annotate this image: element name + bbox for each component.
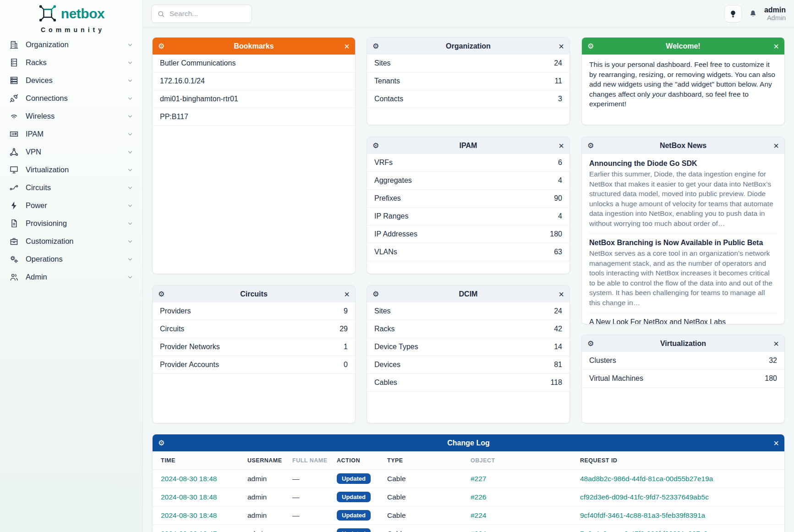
stat-row[interactable]: Virtual Machines180 <box>582 370 784 388</box>
sidebar-item-devices[interactable]: Devices <box>0 71 142 89</box>
column-header-full-name[interactable]: Full Name <box>292 457 337 464</box>
chevron-down-icon <box>127 185 133 191</box>
stat-row[interactable]: Aggregates4 <box>367 172 569 190</box>
gear-icon[interactable]: ⚙ <box>158 42 166 50</box>
change-object-link[interactable]: #226 <box>471 493 580 501</box>
close-icon[interactable]: × <box>556 290 564 299</box>
stat-row[interactable]: Providers9 <box>153 302 355 320</box>
close-icon[interactable]: × <box>771 141 779 150</box>
bookmark-item[interactable]: Butler Communications <box>153 55 355 72</box>
news-widget-header: ⚙ NetBox News × <box>582 137 784 154</box>
gear-icon[interactable]: ⚙ <box>587 141 596 150</box>
change-time-link[interactable]: 2024-08-30 18:47 <box>161 530 247 532</box>
sidebar-item-customization[interactable]: Customization <box>0 232 142 250</box>
close-icon[interactable]: × <box>771 339 779 348</box>
column-header-time[interactable]: Time <box>161 457 247 464</box>
logo-subtitle: Community <box>0 26 142 33</box>
change-request-id-link[interactable]: 9cf40fdf-3461-4c88-81a3-5feb39f8391a <box>580 511 784 520</box>
username: admin <box>764 5 786 14</box>
rack-icon <box>9 58 19 68</box>
stat-row[interactable]: Tenants11 <box>367 72 569 90</box>
news-item: NetBox Branching is Now Available in Pub… <box>589 234 777 313</box>
stat-row[interactable]: Provider Accounts0 <box>153 356 355 374</box>
close-icon[interactable]: × <box>556 42 564 51</box>
chevron-down-icon <box>127 203 133 209</box>
change-object-link[interactable]: #224 <box>471 511 580 520</box>
stat-row[interactable]: VRFs6 <box>367 154 569 172</box>
gear-icon[interactable]: ⚙ <box>587 42 596 50</box>
change-object-link[interactable]: #224 <box>471 530 580 532</box>
welcome-widget-header: ⚙ Welcome! × <box>582 38 784 55</box>
sidebar-item-organization[interactable]: Organization <box>0 36 142 54</box>
sidebar-item-provisioning[interactable]: Provisioning <box>0 214 142 232</box>
change-time-link[interactable]: 2024-08-30 18:48 <box>161 511 247 520</box>
news-item-title[interactable]: A New Look For NetBox and NetBox Labs <box>589 318 777 324</box>
gear-icon[interactable]: ⚙ <box>372 141 381 150</box>
stat-row[interactable]: Sites24 <box>367 302 569 320</box>
gear-icon[interactable]: ⚙ <box>372 42 381 50</box>
stat-row[interactable]: Racks42 <box>367 320 569 338</box>
theme-toggle-button[interactable] <box>724 5 742 22</box>
sidebar-item-wireless[interactable]: Wireless <box>0 107 142 125</box>
bookmark-item[interactable]: 172.16.0.1/24 <box>153 72 355 90</box>
column-header-action[interactable]: Action <box>337 457 387 464</box>
action-badge: Updated <box>337 473 371 484</box>
news-item-title[interactable]: Announcing the Diode Go SDK <box>589 159 777 168</box>
gear-icon[interactable]: ⚙ <box>372 290 381 298</box>
column-header-type[interactable]: Type <box>387 457 471 464</box>
stat-row[interactable]: Circuits29 <box>153 320 355 338</box>
stat-row[interactable]: VLANs63 <box>367 243 569 261</box>
sidebar-item-connections[interactable]: Connections <box>0 89 142 107</box>
gear-icon[interactable]: ⚙ <box>158 290 166 298</box>
stat-row[interactable]: Contacts3 <box>367 90 569 108</box>
change-request-id-link[interactable]: 48ad8b2c-986d-44fd-81ca-00d55b27e19a <box>580 475 784 483</box>
close-icon[interactable]: × <box>771 439 779 448</box>
stat-row[interactable]: Devices81 <box>367 356 569 374</box>
stat-row[interactable]: Provider Networks1 <box>153 338 355 356</box>
close-icon[interactable]: × <box>341 42 350 51</box>
user-menu[interactable]: admin Admin <box>764 5 786 22</box>
change-username: admin <box>247 530 292 532</box>
change-object-link[interactable]: #227 <box>471 475 580 483</box>
stat-row[interactable]: Prefixes90 <box>367 190 569 208</box>
stat-row[interactable]: IP Ranges4 <box>367 208 569 225</box>
bookmark-item[interactable]: dmi01-binghamton-rtr01 <box>153 90 355 108</box>
column-header-request-id[interactable]: Request ID <box>580 457 784 464</box>
stat-row[interactable]: Clusters32 <box>582 352 784 370</box>
stat-row[interactable]: Device Types14 <box>367 338 569 356</box>
change-time-link[interactable]: 2024-08-30 18:48 <box>161 493 247 501</box>
stat-row[interactable]: Sites24 <box>367 55 569 72</box>
close-icon[interactable]: × <box>771 42 779 51</box>
netbox-logo-icon <box>38 5 57 23</box>
stat-row[interactable]: IP Addresses180 <box>367 225 569 243</box>
stat-row[interactable]: Cables118 <box>367 374 569 392</box>
sidebar-item-virtualization[interactable]: Virtualization <box>0 161 142 179</box>
close-icon[interactable]: × <box>341 290 350 299</box>
search-box[interactable] <box>151 5 252 23</box>
gear-icon[interactable]: ⚙ <box>158 439 166 447</box>
change-full-name: — <box>292 475 337 483</box>
change-request-id-link[interactable]: cf92d3e6-d09d-41fc-9fd7-52337649ab5c <box>580 493 784 501</box>
ipam-widget-header: ⚙ IPAM × <box>367 137 569 154</box>
sidebar-item-ipam[interactable]: IPAM <box>0 125 142 143</box>
column-header-username[interactable]: Username <box>247 457 292 464</box>
search-input[interactable] <box>170 10 246 18</box>
news-item-title[interactable]: NetBox Branching is Now Available in Pub… <box>589 239 777 247</box>
sidebar-item-racks[interactable]: Racks <box>0 54 142 71</box>
notifications-bell-icon[interactable] <box>749 9 757 18</box>
sidebar-item-vpn[interactable]: VPN <box>0 143 142 161</box>
gear-icon[interactable]: ⚙ <box>587 339 596 348</box>
sidebar-item-circuits[interactable]: Circuits <box>0 179 142 197</box>
logo[interactable]: netbox Community <box>0 5 142 33</box>
sidebar-item-power[interactable]: Power <box>0 197 142 214</box>
close-icon[interactable]: × <box>556 141 564 150</box>
news-item: A New Look For NetBox and NetBox Labs <box>589 313 777 324</box>
sidebar-item-admin[interactable]: Admin <box>0 268 142 286</box>
widget-title: IPAM <box>384 142 552 150</box>
change-request-id-link[interactable]: 7a3c4c3c-aec9-47f3-896f-f90391c907c3 <box>580 530 784 532</box>
circuit-icon <box>9 183 19 193</box>
change-time-link[interactable]: 2024-08-30 18:48 <box>161 475 247 483</box>
column-header-object[interactable]: Object <box>471 457 580 464</box>
sidebar-item-operations[interactable]: Operations <box>0 250 142 268</box>
bookmark-item[interactable]: PP:B117 <box>153 108 355 126</box>
